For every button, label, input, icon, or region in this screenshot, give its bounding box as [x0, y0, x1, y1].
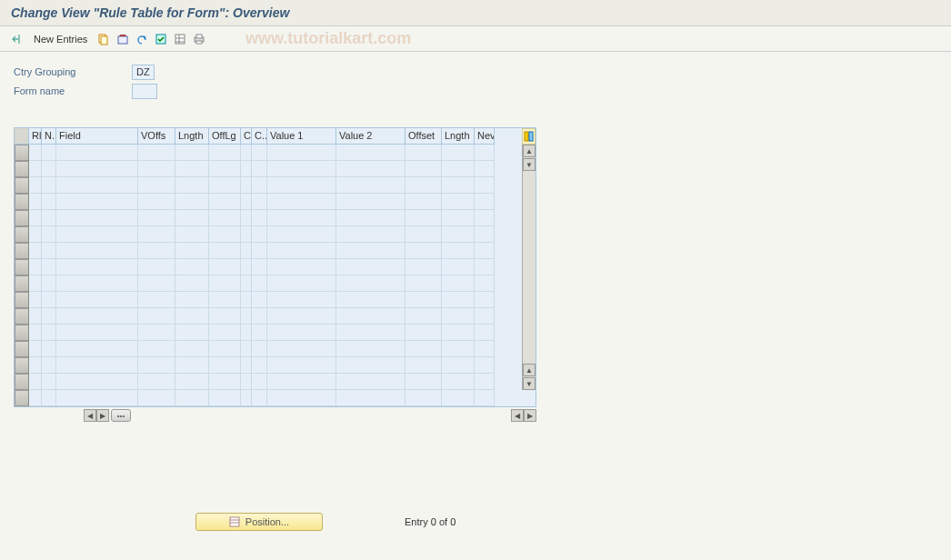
- cell[interactable]: [442, 161, 475, 177]
- cell[interactable]: [175, 226, 209, 243]
- cell[interactable]: [209, 341, 241, 357]
- cell[interactable]: [29, 243, 42, 259]
- cell[interactable]: [241, 194, 252, 210]
- cell[interactable]: [475, 341, 495, 357]
- row-selector[interactable]: [15, 259, 29, 275]
- cell[interactable]: [267, 210, 336, 226]
- cell[interactable]: [475, 374, 495, 390]
- cell[interactable]: [241, 275, 252, 292]
- cell[interactable]: [56, 145, 138, 161]
- cell[interactable]: [241, 374, 252, 390]
- cell[interactable]: [267, 226, 336, 243]
- cell[interactable]: [209, 325, 241, 341]
- cell[interactable]: [56, 325, 138, 341]
- cell[interactable]: [475, 177, 495, 194]
- cell[interactable]: [209, 292, 241, 308]
- cell[interactable]: [138, 308, 175, 325]
- cell[interactable]: [209, 194, 241, 210]
- col-c1[interactable]: C: [241, 128, 252, 145]
- cell[interactable]: [29, 308, 42, 325]
- cell[interactable]: [252, 390, 267, 406]
- cell[interactable]: [241, 177, 252, 194]
- cell[interactable]: [336, 259, 405, 275]
- table-row[interactable]: [15, 341, 536, 357]
- cell[interactable]: [56, 341, 138, 357]
- cell[interactable]: [475, 292, 495, 308]
- cell[interactable]: [42, 210, 56, 226]
- cell[interactable]: [475, 161, 495, 177]
- cell[interactable]: [336, 194, 405, 210]
- cell[interactable]: [267, 308, 336, 325]
- cell[interactable]: [56, 177, 138, 194]
- cell[interactable]: [336, 161, 405, 177]
- cell[interactable]: [56, 275, 138, 292]
- cell[interactable]: [267, 325, 336, 341]
- col-value2[interactable]: Value 2: [336, 128, 405, 145]
- cell[interactable]: [252, 259, 267, 275]
- cell[interactable]: [56, 243, 138, 259]
- cell[interactable]: [138, 259, 175, 275]
- cell[interactable]: [405, 145, 442, 161]
- col-new[interactable]: Nev: [475, 128, 495, 145]
- cell[interactable]: [267, 341, 336, 357]
- row-selector[interactable]: [15, 226, 29, 243]
- cell[interactable]: [209, 308, 241, 325]
- cell[interactable]: [405, 194, 442, 210]
- cell[interactable]: [138, 374, 175, 390]
- cell[interactable]: [56, 390, 138, 406]
- cell[interactable]: [42, 161, 56, 177]
- cell[interactable]: [138, 161, 175, 177]
- cell[interactable]: [475, 226, 495, 243]
- cell[interactable]: [475, 357, 495, 374]
- table-icon[interactable]: [172, 31, 188, 47]
- cell[interactable]: [267, 390, 336, 406]
- cell[interactable]: [209, 145, 241, 161]
- cell[interactable]: [29, 275, 42, 292]
- cell[interactable]: [56, 308, 138, 325]
- row-selector[interactable]: [15, 275, 29, 292]
- cell[interactable]: [442, 210, 475, 226]
- col-c2[interactable]: C..: [252, 128, 267, 145]
- col-value1[interactable]: Value 1: [267, 128, 336, 145]
- cell[interactable]: [442, 275, 475, 292]
- cell[interactable]: [475, 145, 495, 161]
- table-row[interactable]: [15, 275, 536, 292]
- cell[interactable]: [29, 325, 42, 341]
- cell[interactable]: [336, 325, 405, 341]
- cell[interactable]: [175, 390, 209, 406]
- scroll-right-icon[interactable]: ▶: [96, 409, 109, 422]
- cell[interactable]: [336, 374, 405, 390]
- cell[interactable]: [175, 259, 209, 275]
- cell[interactable]: [175, 145, 209, 161]
- cell[interactable]: [267, 243, 336, 259]
- row-selector[interactable]: [15, 325, 29, 341]
- table-row[interactable]: [15, 308, 536, 325]
- cell[interactable]: [442, 177, 475, 194]
- cell[interactable]: [442, 243, 475, 259]
- cell[interactable]: [241, 390, 252, 406]
- cell[interactable]: [209, 243, 241, 259]
- cell[interactable]: [267, 259, 336, 275]
- cell[interactable]: [241, 226, 252, 243]
- table-row[interactable]: [15, 259, 536, 275]
- cell[interactable]: [42, 177, 56, 194]
- ctry-grouping-field[interactable]: DZ: [132, 65, 155, 80]
- col-n[interactable]: N..: [42, 128, 56, 145]
- table-row[interactable]: [15, 357, 536, 374]
- cell[interactable]: [405, 275, 442, 292]
- cell[interactable]: [138, 292, 175, 308]
- cell[interactable]: [175, 210, 209, 226]
- table-row[interactable]: [15, 177, 536, 194]
- cell[interactable]: [336, 308, 405, 325]
- cell[interactable]: [442, 341, 475, 357]
- cell[interactable]: [175, 374, 209, 390]
- scroll-more-button[interactable]: •••: [111, 409, 131, 422]
- cell[interactable]: [209, 357, 241, 374]
- cell[interactable]: [209, 374, 241, 390]
- cell[interactable]: [56, 374, 138, 390]
- scroll-up-icon[interactable]: ▲: [523, 145, 536, 157]
- cell[interactable]: [56, 161, 138, 177]
- cell[interactable]: [29, 210, 42, 226]
- cell[interactable]: [241, 259, 252, 275]
- cell[interactable]: [29, 374, 42, 390]
